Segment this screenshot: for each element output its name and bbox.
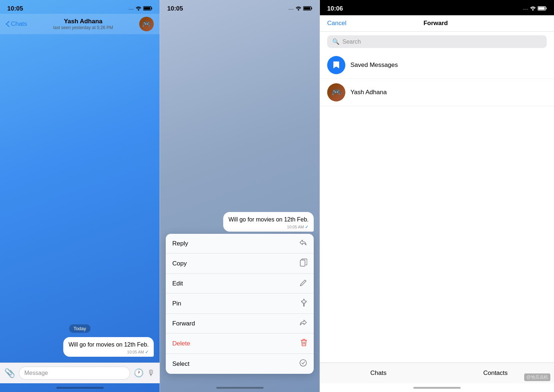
- tab-contacts-label: Contacts: [483, 369, 507, 377]
- watermark: @地瓜说机: [524, 373, 550, 381]
- reply-icon: [299, 239, 307, 248]
- navigation-bar: Chats Yash Adhana last seen yesterday at…: [0, 14, 160, 34]
- wifi-icon: [136, 6, 141, 12]
- message-meta: 10:05 AM ✓: [68, 349, 149, 355]
- ctx-home-indicator: [160, 383, 320, 392]
- message-placeholder: Message: [24, 370, 48, 376]
- forward-status-time: 10:06: [327, 5, 343, 12]
- delete-icon: [301, 339, 307, 348]
- search-placeholder: Search: [342, 39, 361, 45]
- fwd-battery-icon: [538, 6, 547, 12]
- search-icon: 🔍: [332, 38, 340, 45]
- svg-point-9: [300, 360, 306, 366]
- attach-icon[interactable]: 📎: [4, 368, 15, 378]
- menu-item-select[interactable]: Select: [166, 354, 314, 374]
- copy-label: Copy: [172, 260, 187, 267]
- menu-item-copy[interactable]: Copy: [166, 253, 314, 274]
- message-bubble[interactable]: Will go for movies on 12th Feb. 10:05 AM…: [63, 337, 154, 357]
- svg-rect-12: [546, 7, 547, 9]
- mic-icon[interactable]: 🎙: [147, 368, 155, 378]
- select-label: Select: [172, 360, 189, 368]
- forward-status-bar: 10:06 ····: [320, 0, 554, 15]
- chat-panel: 10:05 ···· Ch: [0, 0, 160, 392]
- ctx-signal-icon: ····: [289, 6, 294, 12]
- date-badge: Today: [6, 324, 154, 333]
- svg-rect-7: [304, 7, 310, 9]
- contacts-list: Saved Messages 🎮 Yash Adhana: [320, 52, 554, 363]
- forward-icon: [299, 319, 307, 328]
- reply-label: Reply: [172, 240, 188, 247]
- home-bar: [56, 387, 104, 389]
- forward-home-indicator: [320, 383, 554, 392]
- context-panel: 10:05 ···· Will go for movies on 12t: [160, 0, 320, 392]
- menu-item-pin[interactable]: Pin: [166, 293, 314, 314]
- search-input[interactable]: 🔍 Search: [327, 35, 547, 48]
- ctx-message-text: Will go for movies on 12th Feb.: [228, 216, 309, 224]
- message-input[interactable]: Message: [19, 367, 130, 380]
- fwd-signal-icon: ····: [523, 6, 528, 12]
- context-status-icons: ····: [289, 6, 312, 12]
- forward-panel: 10:06 ···· Cancel Forward: [320, 0, 554, 392]
- edit-label: Edit: [172, 280, 183, 287]
- svg-rect-13: [538, 7, 545, 9]
- svg-point-10: [532, 9, 534, 11]
- battery-icon: [143, 6, 152, 12]
- svg-rect-6: [312, 7, 312, 9]
- menu-item-forward[interactable]: Forward: [166, 314, 314, 333]
- status-bar: 10:05 ····: [0, 0, 160, 14]
- message-text: Will go for movies on 12th Feb.: [68, 341, 149, 349]
- ctx-wifi-icon: [296, 6, 301, 12]
- sticker-icon[interactable]: 🕐: [134, 368, 144, 378]
- ctx-message-time: 10:05 AM: [287, 225, 304, 229]
- saved-messages-avatar: [327, 56, 345, 74]
- chat-input-bar: 📎 Message 🕐 🎙: [0, 363, 160, 383]
- contact-item-saved[interactable]: Saved Messages: [320, 52, 554, 79]
- yash-name: Yash Adhana: [350, 89, 387, 96]
- pin-icon: [301, 299, 307, 308]
- fwd-wifi-icon: [530, 6, 536, 12]
- forward-label: Forward: [172, 320, 195, 327]
- status-icons: ····: [129, 6, 152, 12]
- yash-avatar: 🎮: [327, 83, 345, 101]
- delete-label: Delete: [172, 340, 190, 347]
- select-icon: [299, 359, 307, 369]
- input-right-icons: 🕐 🎙: [134, 368, 155, 378]
- svg-rect-3: [144, 7, 150, 9]
- copy-icon: [300, 259, 307, 268]
- svg-rect-2: [152, 7, 152, 9]
- contact-info[interactable]: Yash Adhana last seen yesterday at 5:26 …: [53, 18, 113, 30]
- date-label: Today: [69, 324, 91, 333]
- home-indicator: [0, 383, 160, 392]
- menu-item-edit[interactable]: Edit: [166, 274, 314, 293]
- back-button[interactable]: Chats: [6, 20, 27, 28]
- edit-icon: [300, 279, 307, 288]
- signal-icon: ····: [129, 6, 134, 12]
- ctx-home-bar: [216, 387, 264, 389]
- contact-avatar[interactable]: 🎮: [139, 17, 154, 31]
- status-time: 10:05: [7, 5, 23, 12]
- tab-chats[interactable]: Chats: [320, 367, 437, 380]
- contact-item-yash[interactable]: 🎮 Yash Adhana: [320, 79, 554, 106]
- pin-label: Pin: [172, 300, 181, 307]
- forward-status-icons: ····: [523, 6, 547, 12]
- svg-rect-8: [300, 260, 305, 266]
- forward-title: Forward: [423, 20, 448, 27]
- ctx-message-bubble: Will go for movies on 12th Feb. 10:05 AM…: [223, 212, 314, 232]
- saved-messages-name: Saved Messages: [350, 61, 398, 69]
- svg-point-0: [138, 9, 139, 11]
- menu-item-delete[interactable]: Delete: [166, 333, 314, 354]
- context-menu: Reply Copy Edit: [166, 234, 314, 374]
- context-status-time: 10:05: [167, 5, 183, 12]
- forward-home-bar: [413, 387, 461, 389]
- context-status-bar: 10:05 ····: [160, 0, 320, 14]
- forward-search-bar: 🔍 Search: [320, 32, 554, 52]
- svg-point-4: [298, 9, 299, 11]
- menu-item-reply[interactable]: Reply: [166, 234, 314, 253]
- ctx-read-receipt-icon: ✓: [305, 224, 309, 229]
- back-label: Chats: [11, 20, 27, 28]
- avatar-image: 🎮: [139, 17, 154, 31]
- forward-nav-bar: Cancel Forward: [320, 15, 554, 32]
- contact-name: Yash Adhana: [64, 18, 103, 25]
- ctx-battery-icon: [303, 6, 312, 12]
- cancel-button[interactable]: Cancel: [327, 20, 346, 27]
